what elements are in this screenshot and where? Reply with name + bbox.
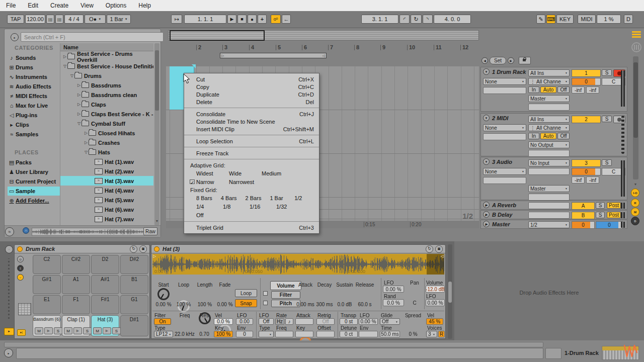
send-badge[interactable]: B (572, 212, 595, 219)
track-number-badge[interactable]: 2 (572, 116, 601, 123)
track-number-badge[interactable]: 1 (572, 69, 601, 77)
midi-from-select[interactable]: None (483, 168, 526, 175)
tree-item[interactable]: ≈Hat (1).wav (60, 157, 153, 166)
menu-file[interactable]: File (0, 2, 22, 9)
post-button[interactable]: Post (607, 212, 621, 218)
post-button[interactable]: Post (607, 202, 621, 209)
mixer-section-toggle[interactable]: M (631, 208, 639, 216)
solo-button[interactable]: S (602, 159, 612, 166)
loop-mode-button[interactable]: Loop (235, 289, 257, 297)
device-on-icon[interactable] (17, 246, 23, 252)
tree-item[interactable]: ≈Hat (2).wav (60, 166, 153, 176)
status-play-icon[interactable]: ▸ (4, 348, 13, 357)
loop-length-field[interactable]: 4. 0. 0 (434, 15, 471, 24)
tree-item[interactable]: ▷Bassdrums (60, 80, 153, 90)
pitch-enable-checkbox[interactable] (263, 301, 268, 305)
pad-mute-button[interactable]: M (64, 327, 72, 334)
scrollbar-thumb[interactable] (633, 62, 638, 138)
filter-env-value[interactable]: 0 (236, 331, 253, 337)
menu-item-1-4[interactable]: 1/4 (196, 204, 223, 210)
drum-pad-bassdrum[interactable]: Bassdrum (6) M▶S (33, 315, 61, 336)
audio-to-select[interactable]: No Output (528, 141, 570, 148)
volume-slider[interactable]: 0 (572, 78, 601, 85)
metronome-button[interactable]: O●▼ (85, 15, 106, 24)
filter-enable-checkbox[interactable] (263, 291, 268, 296)
volume-lfo-value[interactable]: 0.00 % (383, 286, 404, 293)
fold-track-icon[interactable]: ▶ (483, 211, 490, 218)
tree-item[interactable]: ≈Hat (7).wav (60, 214, 153, 224)
volume-value[interactable]: -12.0 dB (426, 286, 445, 293)
tree-item[interactable]: ▽Cymbal Stuff (60, 119, 153, 128)
expand-arrow-icon[interactable]: ▽ (84, 150, 89, 154)
save-preset-icon[interactable] (435, 245, 443, 253)
drum-pad[interactable]: G1 (120, 295, 148, 314)
menu-item-4-bars[interactable]: 4 Bars (221, 195, 246, 201)
send-badge[interactable]: A (572, 202, 595, 210)
crossfade-select[interactable]: 1/2 (528, 221, 570, 228)
release-value[interactable]: 60.0 s (353, 302, 377, 307)
tree-item[interactable]: ▷Best Service - Drums Overkill (60, 52, 153, 61)
pad-overview-grid[interactable] (18, 303, 31, 315)
detune-value[interactable]: 0 ct (340, 331, 358, 337)
tree-item[interactable]: ▷Closed Hihats (60, 128, 153, 138)
audio-to-channel-box[interactable] (528, 194, 570, 201)
fold-track-icon[interactable]: ▼ (483, 158, 490, 165)
follow-button[interactable]: ↦ (171, 15, 182, 24)
raw-button[interactable]: Raw (143, 227, 157, 235)
delay-section-toggle[interactable]: D (631, 217, 639, 225)
menu-edit[interactable]: Edit (22, 2, 44, 9)
lfo-offset-value[interactable] (316, 331, 335, 337)
menu-item-1-16[interactable]: 1/16 (250, 204, 276, 210)
scroll-down-icon[interactable]: ▼ (633, 183, 638, 188)
sidebar-item-drums[interactable]: ⊞Drums (8, 63, 60, 72)
back-to-arrangement-button[interactable]: ← (282, 15, 291, 24)
expand-arrow-icon[interactable]: ▷ (84, 131, 89, 135)
save-preset-icon[interactable] (139, 245, 147, 253)
menu-view[interactable]: View (74, 2, 100, 9)
start-value[interactable]: 0.00 % (152, 302, 175, 307)
chain-list-icon[interactable]: ≡ (17, 265, 24, 272)
midi-from-channel-box[interactable] (483, 87, 526, 94)
loop-start-field[interactable]: 3. 1. 1 (361, 15, 398, 24)
drum-pad-hat-selected[interactable]: Hat (3) M▶S (91, 315, 119, 336)
tree-item[interactable]: ▷Crashes (60, 138, 153, 147)
loop-switch-button[interactable]: ↻ (411, 15, 422, 24)
filter-on-button[interactable]: On (154, 318, 171, 325)
filter-type-select[interactable]: LP12 (154, 331, 173, 337)
device-title-bar[interactable]: Drum Rack (15, 245, 149, 253)
filter-vel-value[interactable]: 0.0 % (214, 318, 233, 325)
lock-envelopes-icon[interactable] (519, 57, 531, 64)
pad-play-icon[interactable]: ▶ (103, 327, 111, 334)
rate-sync-button[interactable]: ♪ (285, 318, 293, 325)
menu-item-cut[interactable]: CutCtrl+X (184, 75, 319, 83)
scrollbar-thumb[interactable] (448, 282, 452, 303)
vertical-scrollbar[interactable] (633, 56, 638, 179)
device-scrollbar[interactable] (448, 244, 452, 339)
menu-item-1-bar[interactable]: 1 Bar (270, 195, 294, 201)
volume-lfo-amount[interactable]: 0.00 % (426, 299, 445, 306)
lfo-key-value[interactable] (295, 331, 313, 337)
tab-filter[interactable]: Filter (271, 291, 300, 299)
sidebar-item-sounds[interactable]: ♪Sounds (8, 53, 60, 62)
channel-select[interactable]: All Channe (528, 124, 570, 131)
midi-arrangement-overdub-button[interactable]: oᵒ (271, 15, 281, 24)
glide-time-value[interactable]: 50.0 ms (380, 331, 400, 337)
track-header-drum-rack[interactable]: ▼1 Drum Rack None All Ins All Channe In … (480, 67, 627, 112)
menu-item-1-32[interactable]: 1/32 (276, 204, 303, 210)
macro-view-icon[interactable]: ◎ (17, 256, 24, 262)
pad-view-icon[interactable]: − (17, 274, 24, 281)
solo-button[interactable]: S (602, 116, 612, 122)
next-locator-button[interactable]: ▶ (508, 57, 514, 64)
overdub-plus-button[interactable]: + (258, 15, 267, 24)
drum-pad[interactable]: D2 (91, 255, 119, 274)
add-folder-button[interactable]: ⊕Add Folder... (8, 196, 60, 205)
transpose-value[interactable]: 0 st (340, 318, 358, 325)
master-pan-slider[interactable]: 0 (596, 221, 623, 229)
pitch-lfo-value[interactable]: 0.00 % (359, 318, 378, 325)
tree-item[interactable]: ≈Hat (6).wav (60, 205, 153, 214)
solo-button[interactable]: S (596, 202, 605, 209)
audio-from-channel-box[interactable] (528, 168, 570, 175)
fold-track-icon[interactable]: ▶ (483, 221, 490, 227)
menu-item-8-bars[interactable]: 8 Bars (196, 195, 221, 201)
menu-help[interactable]: Help (132, 2, 157, 9)
